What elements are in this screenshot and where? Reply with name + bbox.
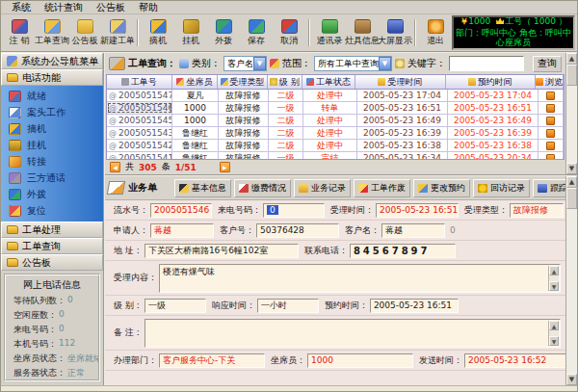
cell-status: 处理中 — [303, 115, 357, 126]
customer-no-field[interactable]: 50376428 — [256, 223, 339, 238]
content-textarea[interactable]: 楼道有煤气味 ▲▼ — [159, 264, 561, 293]
level-field[interactable]: 一级 — [144, 299, 206, 313]
cell-browse[interactable] — [539, 152, 564, 160]
tab-void-order[interactable]: 工单作废 — [354, 179, 410, 197]
sidebar-item-conference[interactable]: 三方通话 — [1, 170, 103, 187]
table-row[interactable]: @2005051545 1000 故障报修 二级 处理中 2005-05-23 … — [107, 115, 564, 127]
cell-browse[interactable] — [539, 140, 564, 151]
send-time-field[interactable]: 2005-05-23 16:52 — [464, 353, 565, 368]
next-page-button[interactable]: ▶ — [220, 162, 230, 172]
detail-scrollbar[interactable]: ▲ ▼ — [565, 176, 577, 385]
search-button[interactable]: 查询 — [533, 56, 562, 72]
scroll-track[interactable] — [566, 86, 577, 163]
scroll-up-icon[interactable]: ▲ — [549, 266, 559, 275]
accept-type-field[interactable]: 故障报修 — [510, 203, 564, 218]
chevron-down-icon[interactable]: ▼ — [379, 57, 391, 70]
header-appoint-time[interactable]: 预约时间 — [446, 75, 536, 89]
save-button[interactable]: 保存 — [240, 15, 273, 50]
header-browse[interactable]: 浏览 — [536, 75, 564, 89]
scroll-track[interactable] — [566, 209, 577, 374]
group-order-processing[interactable]: 工单处理 — [1, 222, 103, 238]
tab-visit-records[interactable]: 回访记录 — [473, 179, 530, 197]
cancel-button[interactable]: 取消 — [273, 15, 305, 50]
dept-field[interactable]: 客户服务中心-下关 — [159, 353, 265, 368]
scroll-up-icon[interactable]: ▲ — [549, 321, 559, 330]
bulletin-button[interactable]: 公告板 — [68, 15, 101, 50]
prev-page-button[interactable]: ◀ — [110, 162, 120, 172]
tab-basic-info[interactable]: 基本信息 — [174, 179, 231, 197]
table-row[interactable]: @2005051542 鲁继红 故障报修 二级 处理中 2005-05-23 1… — [107, 140, 564, 152]
textarea-scrollbar[interactable]: ▲▼ — [548, 321, 559, 346]
tab-track-records[interactable]: 跟踪记录 — [533, 179, 565, 197]
scroll-down-icon[interactable]: ▼ — [549, 336, 559, 346]
scroll-up-icon[interactable]: ▲ — [566, 53, 577, 65]
header-level[interactable]: 级 别 — [268, 75, 302, 89]
list-scrollbar[interactable]: ▲ ▼ — [565, 53, 577, 174]
menu-stats-query[interactable]: 统计查询 — [38, 1, 90, 14]
menu-help[interactable]: 帮助 — [132, 1, 165, 14]
scroll-down-icon[interactable]: ▼ — [549, 281, 559, 291]
group-order-query[interactable]: 工单查询 — [1, 238, 103, 254]
header-accept-type[interactable]: 受理类型 — [218, 75, 268, 89]
header-order-id[interactable]: 工单号 — [107, 75, 172, 89]
order-search-button[interactable]: 工单查询 — [36, 15, 68, 50]
scroll-down-icon[interactable]: ▼ — [566, 374, 577, 385]
sidebar-item-hangup[interactable]: 挂机 — [1, 137, 103, 153]
response-field[interactable]: 一小时 — [257, 299, 319, 313]
big-screen-button[interactable]: 大屏显示 — [379, 15, 411, 50]
cell-browse[interactable] — [539, 90, 564, 101]
new-order-button[interactable]: 新建工单 — [101, 15, 134, 50]
sidebar-item-outbound[interactable]: 外拨 — [1, 187, 103, 203]
stove-info-button[interactable]: 灶具信息 — [346, 15, 379, 50]
scroll-thumb[interactable] — [566, 188, 577, 209]
address-field[interactable]: 下关区大桥南路16号6幢102室 — [144, 244, 299, 258]
header-status[interactable]: 工单状态 — [302, 75, 356, 89]
accept-time-field[interactable]: 2005-05-23 16:51 — [376, 203, 459, 218]
menu-system[interactable]: 系统 — [5, 1, 38, 14]
pickup-button[interactable]: 摘机 — [142, 15, 174, 50]
serial-field[interactable]: 2005051546 — [150, 203, 212, 218]
contacts-button[interactable]: 通讯录 — [313, 15, 346, 50]
sidebar-item-desk-work[interactable]: 案头工作 — [1, 104, 103, 120]
sidebar-item-pickup[interactable]: 摘机 — [1, 120, 103, 137]
agent-field[interactable]: 1000 — [307, 353, 413, 368]
caller-field[interactable]: 0 — [263, 203, 325, 218]
cell-browse[interactable] — [539, 115, 564, 126]
header-agent[interactable]: 坐席员 — [172, 75, 219, 89]
sidebar-item-reset[interactable]: 复位 — [1, 203, 103, 220]
menu-bulletin[interactable]: 公告板 — [90, 1, 132, 14]
textarea-scrollbar[interactable]: ▲▼ — [548, 266, 559, 291]
item-label: 案头工作 — [27, 106, 66, 119]
table-row-selected[interactable]: @2005051546 1000 故障报修 一级 转单 2005-05-23 1… — [107, 102, 564, 115]
phone-field[interactable]: 84567897 — [350, 244, 456, 258]
sidebar-item-ready[interactable]: 就绪 — [1, 88, 103, 104]
applicant-field[interactable]: 蒋越 — [150, 223, 214, 238]
cell-browse[interactable] — [539, 127, 564, 139]
table-row[interactable]: @2005051543 鲁继红 故障报修 二级 处理中 2005-05-23 1… — [107, 127, 564, 140]
scroll-thumb[interactable] — [566, 65, 577, 86]
table-row[interactable]: @2005051547 夏凡 故障报修 二级 处理中 2005-05-23 17… — [107, 90, 564, 102]
scroll-up-icon[interactable]: ▲ — [566, 176, 577, 188]
tab-change-appointment[interactable]: 更改预约 — [413, 179, 470, 197]
tab-business-records[interactable]: 业务记录 — [294, 179, 351, 197]
logout-button[interactable]: 注 销 — [3, 15, 36, 50]
cell-browse[interactable] — [539, 102, 564, 114]
scope-dropdown[interactable]: 所有工单中查询▼ — [314, 56, 392, 71]
sidebar-item-transfer[interactable]: 转接 — [1, 154, 103, 170]
group-phone-functions[interactable]: 电话功能 — [1, 69, 103, 86]
chevron-down-icon[interactable]: ▼ — [253, 57, 266, 70]
remark-textarea[interactable]: ▲▼ — [144, 319, 561, 348]
appoint-field[interactable]: 2005-05-23 16:51 — [370, 299, 459, 313]
customer-name-field[interactable]: 蒋越 — [381, 223, 445, 238]
category-dropdown[interactable]: 客户名▼ — [223, 56, 267, 71]
dial-out-button[interactable]: 外拨 — [207, 15, 240, 50]
header-accept-time[interactable]: 受理时间 — [355, 75, 445, 89]
exit-button[interactable]: 退出 — [419, 15, 452, 50]
tab-payment-info[interactable]: 缴费情况 — [234, 179, 291, 197]
scroll-down-icon[interactable]: ▼ — [566, 163, 577, 174]
pager-total: 305 — [139, 163, 157, 172]
hangup-button[interactable]: 挂机 — [174, 15, 207, 50]
keyword-input[interactable] — [449, 56, 524, 71]
group-bulletin[interactable]: 公告板 — [1, 254, 103, 271]
table-row[interactable]: @2005051541 鲁继红 故障报修 一级 完结 2005-05-23 16… — [107, 152, 564, 160]
